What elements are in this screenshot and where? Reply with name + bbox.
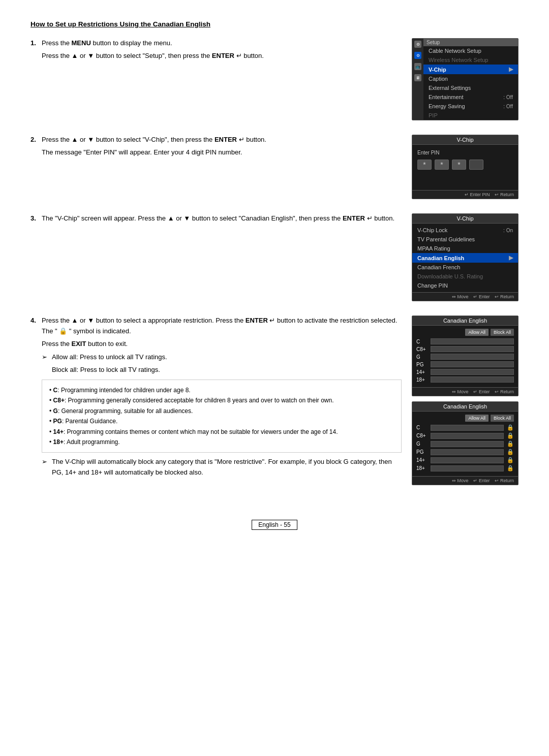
rating-bar-c	[431, 338, 514, 344]
rating-bar-g	[431, 354, 514, 360]
step-4-exit: Press the EXIT button to exit.	[42, 339, 402, 350]
pin-dot-2: *	[435, 160, 449, 170]
rating-table-locked: Allow All Block All C 🔒 C8+ 🔒	[412, 412, 518, 476]
rating-pg: PG: Parental Guidance.	[49, 416, 394, 426]
pin-footer: ↵ Enter PIN ↩ Return	[412, 190, 518, 199]
lock-icon-pg: 🔒	[507, 449, 514, 455]
pin-label: Enter PIN	[417, 150, 513, 155]
block-all-item: Block all: Press to lock all TV ratings.	[42, 365, 402, 375]
step-3-main: The "V-Chip" screen will appear. Press t…	[42, 213, 394, 224]
page-container: How to Set up Restrictions Using the Can…	[30, 20, 518, 530]
step-4-text: 4. Press the ▲ or ▼ button to select a a…	[30, 316, 402, 480]
rating-row-c-empty: C	[416, 338, 514, 344]
rating-row-c-locked: C 🔒	[416, 424, 514, 431]
lock-icon-14: 🔒	[507, 457, 514, 463]
pin-dot-4	[469, 160, 483, 170]
rating-row-pg-locked: PG 🔒	[416, 449, 514, 455]
ce-locked-footer: ⇔ Move ↵ Enter ↩ Return	[412, 476, 518, 485]
allow-all-btn-empty[interactable]: Allow All	[465, 329, 489, 336]
pin-area: Enter PIN * * *	[412, 145, 518, 190]
page-title: How to Set up Restrictions Using the Can…	[30, 20, 518, 28]
vchip-menu-screen: V-Chip V-Chip Lock: On TV Parental Guide…	[412, 213, 518, 301]
footer-move: ⇔ Move	[452, 294, 469, 299]
locked-bar-g	[431, 441, 504, 447]
block-all-btn-empty[interactable]: Block All	[491, 329, 514, 336]
vchip-lock: V-Chip Lock: On	[412, 226, 518, 235]
vchip-note: ➢ The V-Chip will automatically block an…	[42, 457, 402, 478]
rating-row-18-empty: 18+	[416, 376, 514, 383]
lock-icon-18: 🔒	[507, 465, 514, 471]
step-1-sub: Press the ▲ or ▼ button to select "Setup…	[42, 51, 264, 61]
step-1-number: 1.	[30, 38, 40, 64]
menu-vchip: V-Chip ▶	[423, 65, 518, 74]
ce-locked-title: Canadian English	[412, 402, 518, 412]
rating-14: 14+: Programming contains themes or cont…	[49, 427, 394, 437]
vchip-note-text: The V-Chip will automatically block any …	[52, 457, 402, 478]
footer-return: ↩ Return	[495, 192, 514, 197]
pin-dot-3: *	[452, 160, 466, 170]
step-2-main: Press the ▲ or ▼ button to select "V-Chi…	[42, 135, 266, 145]
vchip-menu-items: V-Chip Lock: On TV Parental Guidelines M…	[412, 224, 518, 292]
locked-bar-c8	[431, 433, 504, 439]
rating-row-18-locked: 18+ 🔒	[416, 465, 514, 471]
rating-row-14-empty: 14+	[416, 369, 514, 375]
sidebar-icon-2: ⚙	[414, 52, 421, 59]
sidebar-icon-1: ⚙	[414, 41, 421, 48]
rating-18: 18+: Adult programming.	[49, 437, 394, 447]
menu-cable: Cable Network Setup	[423, 46, 518, 55]
page-number: English - 55	[252, 520, 297, 530]
vchip-footer: ⇔ Move ↵ Enter ↩ Return	[412, 292, 518, 301]
vchip-title: V-Chip	[412, 214, 518, 224]
setup-menu-content: Setup Cable Network Setup Wireless Netwo…	[423, 39, 518, 120]
ce-empty-title: Canadian English	[412, 316, 518, 326]
rating-table-empty: Allow All Block All C C8+ G	[412, 326, 518, 387]
lock-icon-c8: 🔒	[507, 432, 514, 439]
step-3-text: 3. The "V-Chip" screen will appear. Pres…	[30, 213, 402, 226]
menu-sw: SW Upgrade	[423, 120, 518, 120]
step-2-block: 2. Press the ▲ or ▼ button to select "V-…	[30, 135, 518, 199]
menu-energy: Energy Saving: Off	[423, 102, 518, 111]
rating-row-14-locked: 14+ 🔒	[416, 457, 514, 463]
ce-footer-move: ⇔ Move	[452, 389, 469, 394]
block-all-btn-locked[interactable]: Block All	[491, 415, 514, 422]
footer-enter-pin: ↵ Enter PIN	[465, 192, 490, 197]
vchip-change-pin: Change PIN	[412, 281, 518, 290]
rating-row-c8-empty: C8+	[416, 346, 514, 352]
allow-all-btn-locked[interactable]: Allow All	[465, 415, 489, 422]
ce-footer-return: ↩ Return	[495, 389, 514, 394]
step-3-block: 3. The "V-Chip" screen will appear. Pres…	[30, 213, 518, 301]
lock-icon-g: 🔒	[507, 440, 514, 447]
sidebar-icons: ⚙ ⚙ 📺 🖥	[412, 39, 423, 120]
step-2-sub: The message "Enter PIN" will appear. Ent…	[42, 147, 266, 158]
content-area: 1. Press the MENU button to display the …	[30, 38, 518, 499]
step-2-number: 2.	[30, 135, 40, 160]
ce-locked-return: ↩ Return	[495, 478, 514, 483]
allow-all-text: Allow all: Press to unlock all TV rating…	[52, 352, 167, 363]
step-1-block: 1. Press the MENU button to display the …	[30, 38, 518, 120]
rating-buttons-locked: Allow All Block All	[416, 415, 514, 422]
rating-row-pg-empty: PG	[416, 361, 514, 367]
step-4-main: Press the ▲ or ▼ button to select a appr…	[42, 316, 402, 337]
sidebar-icon-3: 📺	[414, 63, 421, 70]
ce-locked-enter: ↵ Enter	[473, 478, 490, 483]
step-4-number: 4.	[30, 316, 40, 480]
vchip-tv-parental: TV Parental Guidelines	[412, 235, 518, 244]
locked-bar-18	[431, 465, 504, 471]
step-4-block: 4. Press the ▲ or ▼ button to select a a…	[30, 316, 518, 485]
step-3-number: 3.	[30, 213, 40, 226]
rating-c8: C8+: Programming generally considered ac…	[49, 395, 394, 405]
ce-footer-enter: ↵ Enter	[473, 389, 490, 394]
vchip-canadian-english: Canadian English ▶	[412, 253, 518, 263]
menu-external: External Settings	[423, 83, 518, 92]
rating-row-g-locked: G 🔒	[416, 440, 514, 447]
step-1-text: 1. Press the MENU button to display the …	[30, 38, 402, 64]
rating-buttons-empty: Allow All Block All	[416, 329, 514, 336]
rating-bar-18	[431, 376, 514, 383]
setup-label: Setup	[423, 39, 518, 46]
canadian-english-locked-screen: Canadian English Allow All Block All C 🔒	[412, 401, 518, 485]
pin-screen-title: V-Chip	[412, 135, 518, 145]
locked-bar-pg	[431, 449, 504, 455]
setup-menu-screen: ⚙ ⚙ 📺 🖥 Setup Cable Network Setup Wirele…	[412, 38, 518, 120]
menu-wireless: Wireless Network Setup	[423, 55, 518, 65]
rating-c: C: Programming intended for children und…	[49, 385, 394, 395]
